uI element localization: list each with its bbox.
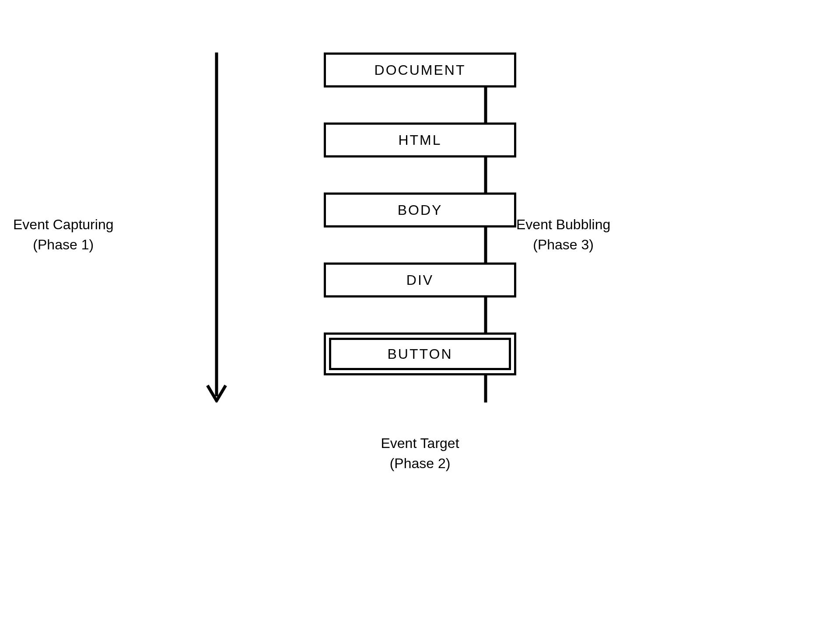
dom-box-label: BUTTON	[388, 346, 453, 362]
dom-box-body: BODY	[324, 192, 516, 228]
label-line: (Phase 2)	[390, 455, 451, 471]
dom-box-label: DIV	[406, 272, 434, 288]
dom-box-html: HTML	[324, 122, 516, 158]
dom-hierarchy-column: DOCUMENT HTML BODY DIV BUTTON	[324, 52, 516, 375]
event-propagation-diagram: DOCUMENT HTML BODY DIV BUTTON Event Capt…	[70, 52, 770, 578]
dom-box-document: DOCUMENT	[324, 52, 516, 88]
label-line: Event Target	[381, 435, 459, 451]
label-capturing: Event Capturing (Phase 1)	[13, 214, 113, 255]
arrow-down-icon	[206, 52, 228, 404]
dom-box-div: DIV	[324, 262, 516, 298]
label-line: Event Capturing	[13, 217, 113, 232]
label-line: (Phase 3)	[533, 237, 594, 252]
dom-box-label: BODY	[398, 202, 443, 218]
label-line: Event Bubbling	[516, 217, 610, 232]
dom-box-target-inner: BUTTON	[329, 338, 511, 370]
dom-box-label: DOCUMENT	[374, 62, 466, 78]
dom-box-target-outer: BUTTON	[324, 332, 516, 375]
label-bubbling: Event Bubbling (Phase 3)	[516, 214, 610, 255]
label-line: (Phase 1)	[33, 237, 94, 252]
label-target: Event Target (Phase 2)	[381, 433, 459, 474]
dom-box-label: HTML	[398, 132, 441, 148]
